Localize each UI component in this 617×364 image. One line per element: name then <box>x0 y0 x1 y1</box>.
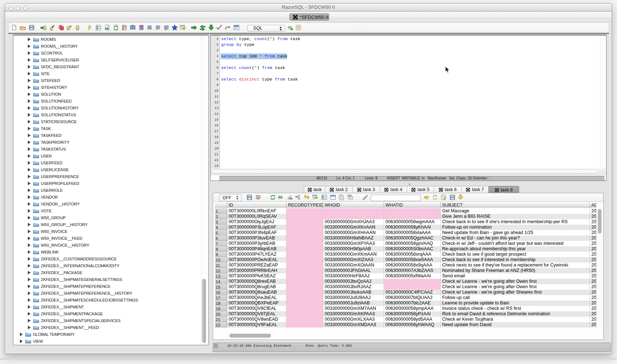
svg-text:66: 66 <box>278 195 282 200</box>
svg-text:66: 66 <box>288 25 292 29</box>
